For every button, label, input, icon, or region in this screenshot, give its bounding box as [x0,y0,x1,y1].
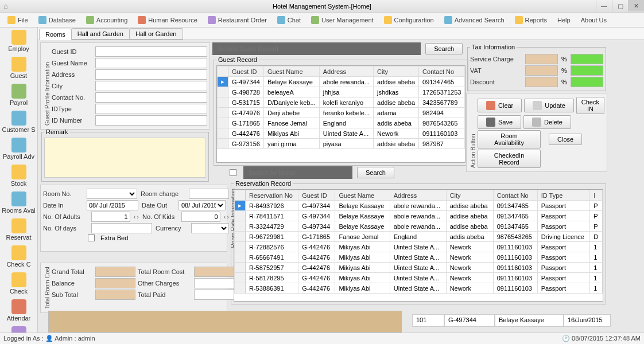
col-contact-no[interactable]: Contact No [493,190,537,201]
col-id-type[interactable]: ID Type [537,190,590,201]
search-guest-button[interactable]: Search [425,43,463,54]
days-input[interactable] [91,223,152,233]
table-row[interactable]: R-33244729G-497344Belaye Kassayeabole re… [235,221,603,232]
guest-record-table[interactable]: Guest IDGuest NameAddressCityContact No▸… [217,66,465,149]
kids-input[interactable] [181,212,220,222]
nav-guest[interactable]: Guest [0,54,37,81]
nav-check[interactable]: Check [0,270,37,297]
table-row[interactable]: R-58752957G-442476Mikiyas AbiUinted Stat… [235,263,603,273]
field-input-address[interactable] [95,69,207,80]
grand-input[interactable] [95,267,135,277]
field-input-guest-id[interactable] [95,46,207,57]
reservation-table-wrap[interactable]: Reservation NoGuest IDGuest NameAddressC… [234,189,603,302]
field-input-id-number[interactable] [95,115,207,126]
other-input[interactable] [194,278,234,288]
table-row[interactable]: R-58178295G-442476Mikiyas AbiUinted Stat… [235,273,603,283]
currency-combo[interactable] [191,223,229,233]
nav-stock[interactable]: Stock [0,162,37,189]
guest-record-table-wrap[interactable]: Guest IDGuest NameAddressCityContact No▸… [216,65,465,163]
menu-file[interactable]: File [3,14,32,26]
col-guest-name[interactable]: Guest Name [335,190,390,201]
menu-reports[interactable]: Reports [511,14,552,26]
nav-rooms-avai[interactable]: Rooms Avai [0,189,37,216]
tab-hall-or-garden[interactable]: Hall or Garden [129,28,183,40]
nav-reservat[interactable]: Reservat [0,216,37,243]
table-row[interactable]: R-53886391G-442476Mikiyas AbiUinted Stat… [235,283,603,294]
menu-accounting[interactable]: Accounting [82,14,131,26]
nav-payroll-adv[interactable]: Payroll Adv [0,135,37,162]
col-reservation-no[interactable]: Reservation No [246,190,298,201]
col-address[interactable]: Address [319,67,373,77]
close-button[interactable]: Close [549,134,582,145]
nav-check-c[interactable]: Check C [0,243,37,270]
tab-hall-and-garden[interactable]: Hall and Garden [71,28,130,40]
col-contact-no[interactable]: Contact No [419,67,465,77]
search-name-button[interactable]: Search [357,167,394,178]
field-input-idtype[interactable] [95,104,207,114]
col-address[interactable]: Address [390,190,446,201]
field-input-guest-name[interactable] [95,58,207,68]
field-input-city[interactable] [95,81,207,91]
kids-spinner[interactable]: ‹› [224,213,229,220]
menu-restaurant-order[interactable]: Restaurant Order [204,14,271,26]
col-guest-id[interactable]: Guest ID [228,67,264,77]
delete-button[interactable]: Delete [523,115,571,129]
subtotal-input[interactable] [95,290,135,300]
datein-input[interactable] [87,200,138,210]
tax-amount-input[interactable] [571,65,603,76]
menu-configurartion[interactable]: Configurartion [380,14,438,26]
nav-payrol[interactable]: Payrol [0,81,37,108]
table-row[interactable]: R-78411571G-497344Belaye Kassayeabole re… [235,211,603,221]
menu-about-us[interactable]: About Us [577,15,611,25]
minimize-button[interactable]: — [596,0,612,11]
search-guest-input[interactable] [216,44,417,54]
col-guest-id[interactable]: Guest ID [298,190,335,201]
tax-rate-input[interactable] [525,65,558,76]
tax-rate-input[interactable] [525,54,558,64]
adults-input[interactable] [91,212,130,222]
remark-textarea[interactable] [44,138,206,178]
table-row[interactable]: G-171865Fanose JemalEnglandaddis abeba98… [218,118,465,128]
menu-human-resource[interactable]: Human Resource [134,14,201,26]
close-window-button[interactable]: ✕ [628,0,644,11]
adults-spinner[interactable]: ‹› [134,213,139,220]
menu-help[interactable]: Help [553,15,575,25]
table-row[interactable]: R-72882576G-442476Mikiyas AbiUinted Stat… [235,242,603,252]
tax-rate-input[interactable] [525,77,558,87]
searchname-checkbox[interactable] [230,169,236,176]
maximize-button[interactable]: ▢ [612,0,628,11]
save-button[interactable]: Save [478,115,521,129]
table-row[interactable]: R-96729981G-171865Fanose JemalEnglandadd… [235,232,603,242]
roomcharge-input[interactable] [189,189,229,199]
search-name-input[interactable] [247,167,349,178]
paid-input[interactable] [194,290,234,300]
col-i[interactable]: I [590,190,603,201]
table-row[interactable]: R-65667491G-442476Mikiyas AbiUinted Stat… [235,252,603,263]
roomno-combo[interactable] [87,189,137,199]
table-row[interactable]: ▸R-84937926G-497344Belaye Kassayeabole r… [235,201,603,211]
dateout-combo[interactable]: 08/ Jul /2015 [179,200,226,210]
roomcost-input[interactable] [194,267,234,277]
menu-database[interactable]: Database [34,14,80,26]
table-row[interactable]: G-531715D/Daniyele keb...kolefi keraniyo… [218,97,465,108]
col-city[interactable]: City [374,67,419,77]
nav-customer-s[interactable]: Customer S [0,108,37,135]
home-icon[interactable]: ⌂ [3,2,8,10]
tax-amount-input[interactable] [571,77,603,87]
menu-chat[interactable]: Chat [273,14,305,26]
menu-advanced-search[interactable]: Advanced Search [440,14,509,26]
reservation-table[interactable]: Reservation NoGuest IDGuest NameAddressC… [234,190,603,294]
checkedin-record-button[interactable]: CheckedIn Record [478,150,541,168]
table-row[interactable]: G-442476Mikiyas AbiUinted State A...Newo… [218,128,465,139]
tab-rooms[interactable]: Rooms [39,29,72,40]
col-guest-name[interactable]: Guest Name [263,67,319,77]
checkin-button[interactable]: Check IN [576,97,604,114]
nav-attendar[interactable]: Attendar [0,297,37,324]
extrabed-checkbox[interactable] [88,234,95,241]
tax-amount-input[interactable] [571,54,603,64]
room-availability-button[interactable]: Room Availability [478,130,541,148]
table-row[interactable]: G-973156yani girmapiyasaaddsie abeba9879… [218,139,465,149]
table-row[interactable]: G-474976Derji abebeferanko kebele...adam… [218,108,465,118]
menu-user-management[interactable]: User Management [307,14,378,26]
update-button[interactable]: Update [524,99,573,112]
